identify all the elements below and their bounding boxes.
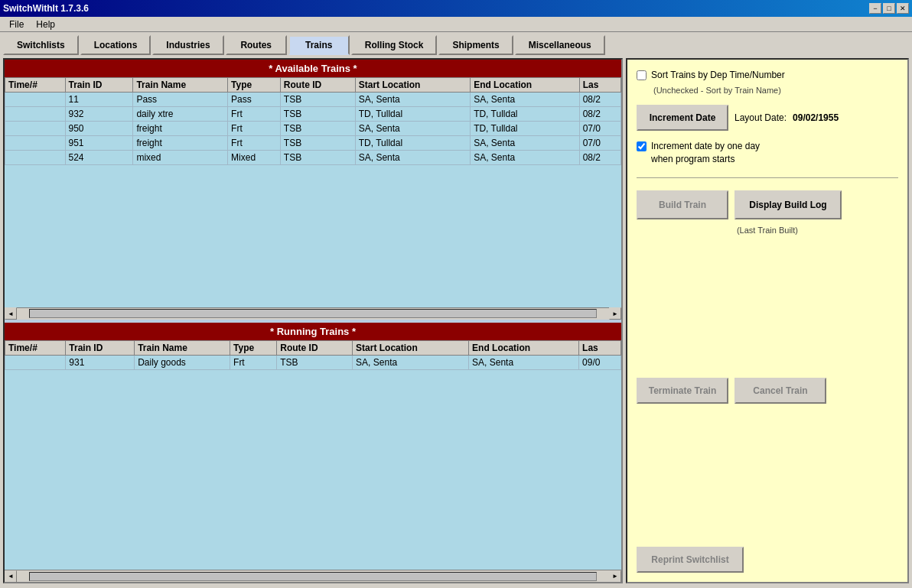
cell-end: TD, Tulldal — [471, 107, 580, 122]
terminate-section: Terminate Train Cancel Train — [637, 378, 898, 404]
increment-auto-checkbox[interactable] — [637, 141, 647, 151]
cell-type: Pass — [228, 93, 281, 107]
increment-auto-row: Increment date by one day when program s… — [637, 140, 898, 166]
build-train-button[interactable]: Build Train — [637, 190, 728, 219]
run-col-train-id: Train ID — [66, 340, 135, 355]
tab-locations[interactable]: Locations — [80, 35, 151, 55]
run-cell-type: Frt — [230, 355, 277, 369]
reprint-section: Reprint Switchlist — [637, 547, 898, 573]
cell-route: TSB — [280, 122, 355, 136]
build-action-row: Build Train Display Build Log — [637, 190, 898, 219]
title-bar-controls: − □ ✕ — [869, 3, 909, 14]
available-train-row[interactable]: 11 Pass Pass TSB SA, Senta SA, Senta 08/… — [5, 93, 621, 107]
cell-las: 07/0 — [579, 122, 620, 136]
app-title: SwitchWithIt 1.7.3.6 — [3, 3, 89, 14]
cell-start: SA, Senta — [355, 93, 470, 107]
increment-date-button[interactable]: Increment Date — [637, 105, 728, 131]
scroll-left-btn[interactable]: ◄ — [5, 307, 17, 320]
cell-name: freight — [133, 122, 228, 136]
running-trains-header: * Running Trains * — [5, 323, 621, 340]
maximize-button[interactable]: □ — [883, 3, 895, 14]
available-train-row[interactable]: 932 daily xtre Frt TSB TD, Tulldal TD, T… — [5, 107, 621, 122]
col-type: Type — [228, 78, 281, 93]
spacer-2 — [637, 413, 898, 538]
run-scroll-left-btn[interactable]: ◄ — [5, 570, 17, 583]
cell-end: SA, Senta — [471, 93, 580, 107]
build-section: Build Train Display Build Log (Last Trai… — [637, 190, 898, 235]
cell-type: Mixed — [228, 151, 281, 165]
tab-routes[interactable]: Routes — [226, 35, 287, 55]
title-bar: SwitchWithIt 1.7.3.6 − □ ✕ — [0, 0, 912, 17]
cell-time — [5, 151, 66, 165]
scroll-right-btn[interactable]: ► — [609, 307, 621, 320]
sort-unchecked-label: (Unchecked - Sort by Train Name) — [653, 86, 781, 95]
terminate-train-button[interactable]: Terminate Train — [637, 378, 728, 404]
cell-start: TD, Tulldal — [355, 136, 470, 151]
running-trains-table: Time/# Train ID Train Name Type Route ID… — [5, 340, 621, 370]
cell-time — [5, 107, 66, 122]
nav-tabs: Switchlists Locations Industries Routes … — [0, 32, 912, 55]
layout-date-prefix: Layout Date: — [734, 112, 787, 123]
menu-file[interactable]: File — [3, 18, 30, 31]
tab-miscellaneous[interactable]: Miscellaneous — [515, 35, 605, 55]
cell-las: 08/2 — [579, 93, 620, 107]
minimize-button[interactable]: − — [869, 3, 881, 14]
running-trains-scrollbar[interactable]: ◄ ► — [5, 570, 621, 582]
cell-id: 951 — [65, 136, 133, 151]
available-trains-header-row: Time/# Train ID Train Name Type Route ID… — [5, 78, 621, 93]
run-cell-id: 931 — [66, 355, 135, 369]
cell-type: Frt — [228, 136, 281, 151]
close-button[interactable]: ✕ — [897, 3, 909, 14]
run-cell-las: 09/0 — [579, 355, 621, 369]
cell-start: SA, Senta — [355, 122, 470, 136]
col-route-id: Route ID — [280, 78, 355, 93]
available-train-row[interactable]: 951 freight Frt TSB TD, Tulldal SA, Sent… — [5, 136, 621, 151]
run-cell-end: SA, Senta — [469, 355, 579, 369]
run-col-start-location: Start Location — [353, 340, 469, 355]
increment-row: Increment Date Layout Date: 09/02/1955 — [637, 105, 898, 131]
cell-id: 932 — [65, 107, 133, 122]
tab-shipments[interactable]: Shipments — [438, 35, 513, 55]
cell-time — [5, 122, 66, 136]
run-col-route-id: Route ID — [277, 340, 353, 355]
tab-industries[interactable]: Industries — [152, 35, 223, 55]
running-trains-table-container[interactable]: Time/# Train ID Train Name Type Route ID… — [5, 340, 621, 570]
cell-end: TD, Tulldal — [471, 122, 580, 136]
col-train-id: Train ID — [65, 78, 133, 93]
scroll-track — [29, 309, 597, 318]
cell-name: daily xtre — [133, 107, 228, 122]
run-col-time-hash: Time/# — [5, 340, 66, 355]
run-cell-start: SA, Senta — [353, 355, 469, 369]
cancel-train-button[interactable]: Cancel Train — [734, 378, 826, 404]
cell-end: SA, Senta — [471, 151, 580, 165]
tab-switchlists[interactable]: Switchlists — [3, 35, 79, 55]
run-col-las: Las — [579, 340, 621, 355]
cell-name: Pass — [133, 93, 228, 107]
cell-id: 950 — [65, 122, 133, 136]
display-build-log-button[interactable]: Display Build Log — [734, 190, 842, 219]
layout-date-value: 09/02/1955 — [793, 112, 839, 123]
cell-time — [5, 136, 66, 151]
cell-id: 11 — [65, 93, 133, 107]
reprint-switchlist-button[interactable]: Reprint Switchlist — [637, 547, 744, 573]
menu-help[interactable]: Help — [30, 18, 61, 31]
increment-auto-label: Increment date by one day — [651, 140, 760, 153]
available-trains-table: Time/# Train ID Train Name Type Route ID… — [5, 77, 621, 165]
cell-time — [5, 93, 66, 107]
cell-type: Frt — [228, 122, 281, 136]
cell-start: SA, Senta — [355, 151, 470, 165]
available-train-row[interactable]: 950 freight Frt TSB SA, Senta TD, Tullda… — [5, 122, 621, 136]
sort-section: Sort Trains by Dep Time/Number (Unchecke… — [637, 69, 898, 96]
running-train-row[interactable]: 931 Daily goods Frt TSB SA, Senta SA, Se… — [5, 355, 621, 369]
last-train-built-label: (Last Train Built) — [637, 226, 898, 235]
cell-las: 08/2 — [579, 151, 620, 165]
available-train-row[interactable]: 524 mixed Mixed TSB SA, Senta SA, Senta … — [5, 151, 621, 165]
menu-bar: File Help — [0, 17, 912, 32]
run-scroll-right-btn[interactable]: ► — [609, 570, 621, 583]
tab-rolling-stock[interactable]: Rolling Stock — [351, 35, 438, 55]
available-trains-scrollbar[interactable]: ◄ ► — [5, 307, 621, 320]
tab-trains[interactable]: Trains — [288, 35, 350, 55]
available-trains-table-container[interactable]: Time/# Train ID Train Name Type Route ID… — [5, 77, 621, 307]
left-panel: * Available Trains * Time/# Train ID Tra… — [3, 58, 623, 583]
sort-trains-checkbox[interactable] — [637, 70, 647, 80]
